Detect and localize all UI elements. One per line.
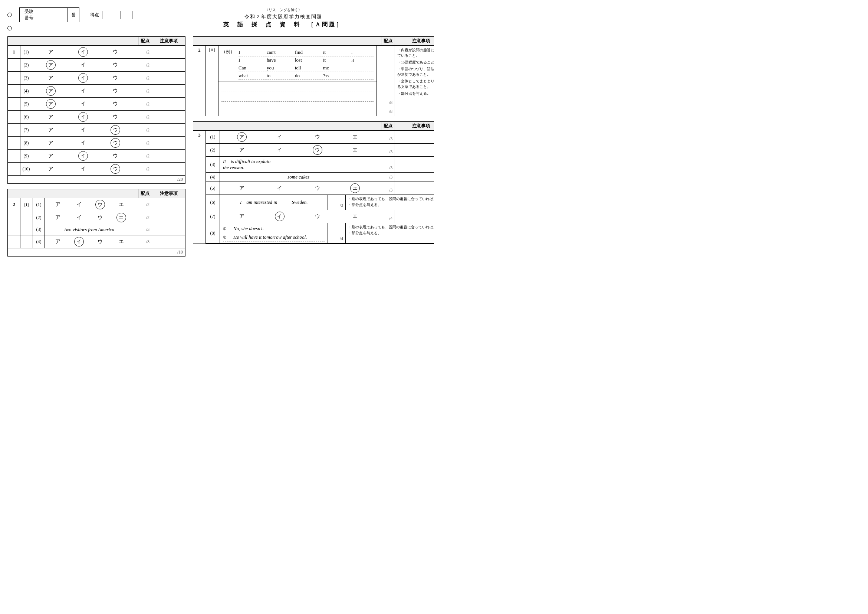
- row-score: /2: [134, 59, 152, 71]
- circled-answer: ウ: [110, 138, 120, 148]
- section3-rows-area: (1)アイウエ/3(2)アイウエ/3(3)It is difficult to …: [206, 131, 434, 244]
- text-answer: two visitors from America: [45, 224, 134, 235]
- table-row: (1)アイウエ/3: [206, 131, 434, 144]
- table-row: (8)①No, she doesn't.②He will have it tom…: [206, 223, 434, 244]
- table-row: (9)アイウ/2: [8, 149, 185, 163]
- score-2ii-1: /8: [377, 46, 395, 107]
- section2I-total: /10: [8, 248, 185, 256]
- row-notes: [152, 98, 185, 110]
- list-item: whattodo?₁₅: [239, 72, 374, 80]
- section2II-sublabel: ［II］: [207, 47, 217, 53]
- table-row: (3)アイウ/2: [8, 72, 185, 85]
- notes-header-2ii: 注意事項: [395, 37, 434, 45]
- section3-label: 3: [198, 132, 201, 138]
- section3-label-area: 3 (1)アイウエ/3(2)アイウエ/3(3)It is difficult t…: [193, 131, 434, 244]
- section2II-body: 2 ［II］ （例） Ican'tfindit.Ihavelostit.₈Can…: [193, 46, 434, 116]
- table-row: (5)アイウ/2: [8, 98, 185, 110]
- section1-total: /20: [8, 175, 185, 183]
- notes-2ii: ・内容が設問の趣旨に合っていること。・15語程度であること。・単語のつづり、語法…: [395, 46, 434, 116]
- score-header-2i: 配点: [138, 189, 152, 198]
- section1-header: 配点 注意事項: [8, 37, 185, 46]
- exam-number-box: 受験 番号 番: [19, 8, 79, 22]
- table-row: (3)two visitors from America/3: [8, 224, 185, 235]
- row-number: (6): [20, 110, 32, 123]
- row-score: /2: [134, 98, 152, 110]
- table-row: 2［I］(1)アイウエ/2: [8, 198, 185, 211]
- section2I: 配点 注意事項 2［I］(1)アイウエ/2(2)アイウエ/2(3)two vis…: [8, 189, 186, 256]
- section3: 配点 注意事項 3 (1)アイウエ/3(2)アイウエ/3(3)It is dif…: [193, 121, 434, 252]
- table-row: (7)アイウ/2: [8, 124, 185, 137]
- table-row: (2)アイウエ/2: [8, 211, 185, 224]
- section2II-header: 配点 注意事項: [193, 37, 434, 46]
- score-box: 得点: [87, 11, 132, 19]
- section2II-content: （例） Ican'tfindit.Ihavelostit.₈Canyoutell…: [219, 46, 377, 116]
- subtitle: 〈リスニングを除く〉: [265, 8, 302, 12]
- table-row: (4)some cakes/3: [206, 173, 434, 182]
- row-score: /2: [134, 124, 152, 136]
- title-line2: 英 語 採 点 資 料 ［Ａ問題］: [223, 21, 343, 28]
- section2I-rows: 2［I］(1)アイウエ/2(2)アイウエ/2(3)two visitors fr…: [8, 198, 185, 248]
- circled-answer: イ: [78, 73, 88, 83]
- circle-mark-1: [8, 12, 12, 17]
- table-row: (4)アイウ/2: [8, 85, 185, 98]
- row-notes: [152, 124, 185, 136]
- row-notes: [152, 163, 185, 175]
- table-row: (2)アイウエ/3: [206, 144, 434, 157]
- score-header: 配点: [138, 37, 152, 45]
- row-number: (3): [20, 72, 32, 84]
- example-label: （例）: [222, 49, 235, 55]
- circled-answer: ウ: [110, 125, 120, 135]
- title-line1: 令和２年度大阪府学力検査問題: [245, 13, 322, 20]
- circled-answer: ア: [46, 86, 56, 96]
- score-2ii-2: /8: [377, 107, 395, 116]
- score-header-3: 配点: [381, 122, 395, 130]
- row-score: /2: [134, 149, 152, 162]
- row-score: /2: [134, 72, 152, 84]
- row-notes: [152, 46, 185, 58]
- list-item: Ican'tfindit.: [239, 49, 374, 56]
- circled-answer: イ: [78, 151, 88, 161]
- row-number: (7): [20, 124, 32, 136]
- row-notes: [152, 110, 185, 123]
- section2I-header: 配点 注意事項: [8, 189, 185, 198]
- row-number: (4): [20, 85, 32, 97]
- circled-answer: ウ: [110, 164, 120, 174]
- row-number: (9): [20, 149, 32, 162]
- section2II: 配点 注意事項 2 ［II］ （例） Ican'tfindit.Ihavelos…: [193, 36, 434, 116]
- section2-label: 2: [198, 47, 201, 53]
- row-score: /2: [134, 85, 152, 97]
- row-number: (5): [20, 98, 32, 110]
- section1: 配点 注意事項 1(1)アイウ/2(2)アイウ/2(3)アイウ/2(4)アイウ/…: [8, 36, 186, 184]
- section1-rows: 1(1)アイウ/2(2)アイウ/2(3)アイウ/2(4)アイウ/2(5)アイウ/…: [8, 46, 185, 175]
- section3-header: 配点 注意事項: [193, 122, 434, 131]
- row-number: (10): [20, 163, 32, 175]
- circled-answer: ア: [46, 99, 56, 109]
- row-number: (1): [20, 46, 32, 58]
- list-item: Ihavelostit.₈: [239, 56, 374, 64]
- row-score: /2: [134, 110, 152, 123]
- table-row: (6)アイウ/2: [8, 110, 185, 124]
- table-row: (7)アイウエ/4: [206, 210, 434, 223]
- row-score: /2: [134, 46, 152, 58]
- notes-header-3: 注意事項: [395, 122, 434, 130]
- notes-header-2i: 注意事項: [152, 189, 185, 198]
- list-item: Canyoutellme: [239, 64, 374, 72]
- score-header-2ii: 配点: [381, 37, 395, 45]
- row-number: (8): [20, 137, 32, 149]
- circled-answer: イ: [78, 47, 88, 57]
- example-lines: Ican'tfindit.Ihavelostit.₈Canyoutellmewh…: [239, 49, 374, 80]
- table-row: (4)アイウエ/3: [8, 235, 185, 248]
- list-item: ②He will have it tomorrow after school.: [223, 233, 325, 242]
- table-row: (5)アイウエ/3: [206, 182, 434, 195]
- row-notes: [152, 85, 185, 97]
- list-item: ①No, she doesn't.: [223, 225, 325, 233]
- table-row: (10)アイウ/2: [8, 163, 185, 175]
- row-notes: [152, 72, 185, 84]
- row-score: /2: [134, 137, 152, 149]
- row-score: /2: [134, 163, 152, 175]
- table-row: (3)It is difficult to explainthe reason.…: [206, 157, 434, 173]
- notes-header: 注意事項: [152, 37, 185, 45]
- row-notes: [152, 149, 185, 162]
- table-row: 1(1)アイウ/2: [8, 46, 185, 59]
- circled-answer: イ: [78, 112, 88, 122]
